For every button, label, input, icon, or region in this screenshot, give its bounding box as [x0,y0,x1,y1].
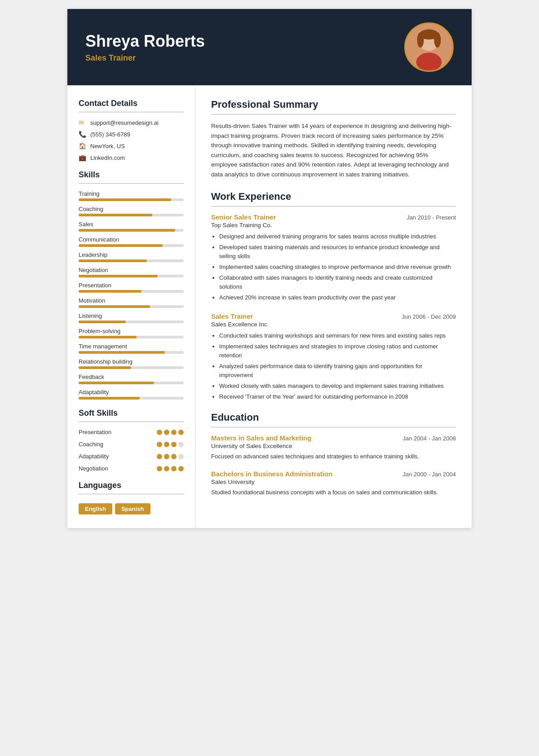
skill-item: Coaching [79,206,184,216]
soft-skills-section: Soft Skills PresentationCoachingAdaptabi… [79,409,184,472]
skill-dot [178,454,184,459]
skill-dots [157,466,184,471]
skill-item: Motivation [79,297,184,308]
languages-divider [79,494,184,494]
work-date: Jun 2006 - Dec 2009 [402,313,456,320]
edu-date: Jan 2004 - Jan 2008 [402,435,456,442]
summary-text: Results-driven Sales Trainer with 14 yea… [211,121,456,180]
work-header: Sales Trainer Jun 2006 - Dec 2009 [211,312,456,320]
skill-item: Time management [79,343,184,354]
soft-skill-item: Negotiation [79,465,184,472]
edu-header: Masters in Sales and Marketing Jan 2004 … [211,434,456,442]
contact-section: Contact Details ✉support@resumedesign.ai… [79,99,184,161]
skill-bar-fill [79,351,165,354]
experience-title: Work Experience [211,191,456,202]
skill-bar-bg [79,397,184,400]
skill-dot [157,466,162,471]
skill-dot [171,466,177,471]
contact-divider [79,112,184,112]
skill-name: Presentation [79,282,184,289]
skill-item: Negotiation [79,267,184,277]
skill-bar-fill [79,366,131,369]
skill-bar-bg [79,321,184,323]
contact-value: NewYork, US [90,143,125,149]
skills-section-title: Skills [79,170,184,180]
candidate-name: Shreya Roberts [85,32,205,51]
skill-bar-bg [79,198,184,201]
skill-name: Adaptability [79,389,184,396]
experience-divider [211,206,456,207]
skill-bar-fill [79,214,152,216]
soft-skill-name: Presentation [79,429,111,435]
skill-name: Relationship building [79,358,184,365]
skill-item: Problem-solving [79,328,184,338]
skill-bar-bg [79,366,184,369]
skills-divider [79,183,184,184]
edu-school: Sales University [211,479,456,485]
skill-bar-fill [79,229,175,232]
skill-name: Training [79,190,184,197]
contact-item: 📞(555) 345-6789 [79,131,184,138]
soft-skill-item: Coaching [79,441,184,448]
edu-header: Bachelors in Business Administration Jan… [211,470,456,478]
skill-name: Listening [79,312,184,319]
soft-skills-list: PresentationCoachingAdaptabilityNegotiat… [79,429,184,472]
work-entry: Senior Sales Trainer Jan 2010 - Present … [211,213,456,303]
skill-item: Leadership [79,251,184,262]
candidate-photo [404,22,454,72]
edu-date: Jan 2000 - Jan 2004 [402,471,456,478]
work-header: Senior Sales Trainer Jan 2010 - Present [211,213,456,221]
education-title: Education [211,412,456,423]
contact-icon: ✉ [79,119,87,126]
skill-bar-fill [79,321,126,323]
candidate-title: Sales Trainer [85,53,205,63]
skill-dot [157,430,162,435]
skill-name: Problem-solving [79,328,184,334]
contact-value: (555) 345-6789 [90,131,130,138]
soft-skill-item: Presentation [79,429,184,435]
edu-entry: Bachelors in Business Administration Jan… [211,470,456,497]
skill-name: Motivation [79,297,184,304]
skill-name: Negotiation [79,267,184,273]
contact-icon: 🏠 [79,142,87,149]
contact-section-title: Contact Details [79,99,184,108]
main-content: Professional Summary Results-driven Sale… [195,85,472,528]
contact-value: support@resumedesign.ai [90,119,159,126]
work-bullet: Worked closely with sales managers to de… [219,382,456,391]
svg-point-4 [417,32,424,48]
skill-bar-fill [79,198,171,201]
header-left: Shreya Roberts Sales Trainer [85,32,205,63]
soft-skills-section-title: Soft Skills [79,409,184,418]
skill-name: Coaching [79,206,184,212]
work-job-title: Sales Trainer [211,312,253,320]
soft-skill-name: Adaptability [79,453,109,460]
work-bullet: Implemented sales techniques and strateg… [219,342,456,360]
contact-icon: 💼 [79,154,87,161]
work-bullet: Analyzed sales performance data to ident… [219,362,456,380]
contact-value: LinkedIn.com [90,154,125,161]
experience-section: Work Experience Senior Sales Trainer Jan… [211,191,456,402]
skill-bar-bg [79,351,184,354]
summary-section: Professional Summary Results-driven Sale… [211,99,456,180]
skill-bar-fill [79,305,150,308]
skill-item: Relationship building [79,358,184,369]
skill-dots [157,430,184,435]
edu-desc: Studied foundational business concepts w… [211,488,456,497]
skills-section: Skills Training Coaching Sales Communica… [79,170,184,400]
skill-dot [164,430,169,435]
education-list: Masters in Sales and Marketing Jan 2004 … [211,434,456,497]
edu-entry: Masters in Sales and Marketing Jan 2004 … [211,434,456,461]
skill-bar-fill [79,290,141,293]
sidebar: Contact Details ✉support@resumedesign.ai… [67,85,195,528]
skill-dot [164,466,169,471]
contact-icon: 📞 [79,131,87,138]
skill-bar-fill [79,397,140,400]
skill-dot [178,466,184,471]
skill-dots [157,442,184,447]
resume-container: Shreya Roberts Sales Trainer Cont [67,9,472,528]
work-bullet: Achieved 20% increase in sales team prod… [219,293,456,302]
summary-divider [211,114,456,114]
education-section: Education Masters in Sales and Marketing… [211,412,456,497]
contact-item: 💼LinkedIn.com [79,154,184,161]
work-bullet: Received 'Trainer of the Year' award for… [219,392,456,401]
